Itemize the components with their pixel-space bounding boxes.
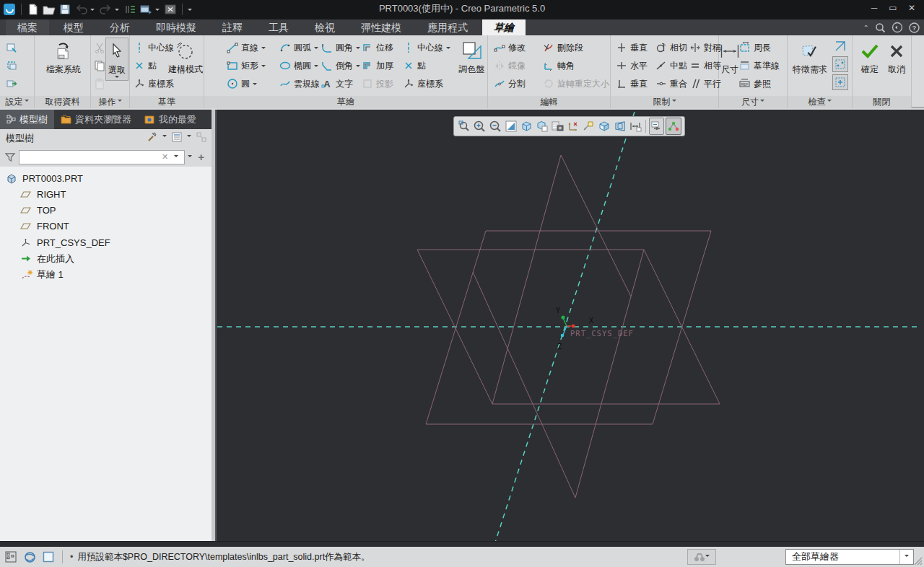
ribbon-item-line[interactable]: 直線 (227, 38, 266, 56)
group-label-dimension[interactable]: 尺寸 (719, 96, 787, 108)
ribbon-item-sk-centerline[interactable]: 中心線 (403, 38, 450, 56)
panel-tab-folder-browser[interactable]: 資料夾瀏覽器 (54, 110, 138, 129)
minimize-ribbon-icon[interactable]: ⌃ (863, 24, 869, 32)
ribbon-item-coincident[interactable]: 重合 (655, 74, 687, 92)
ribbon-item-circle[interactable]: 圓 (227, 74, 257, 92)
tab-file[interactable]: 檔案 (6, 19, 49, 35)
maximize-button[interactable]: ▭ (884, 0, 902, 16)
minimize-button[interactable]: ─ (865, 0, 884, 16)
browser-toggle-icon[interactable] (22, 550, 38, 564)
ribbon-item-tangent[interactable]: 相切 (655, 38, 687, 56)
sketcher-filter-select[interactable]: 全部草繪器 (785, 549, 914, 565)
group-label-inspect[interactable]: 檢查 (788, 96, 852, 108)
ribbon-item-perimeter[interactable]: 周長 (739, 38, 771, 56)
ribbon-item-datum-point[interactable]: 點 (134, 56, 157, 74)
ribbon-item-equal[interactable]: 相等 (689, 56, 721, 74)
ribbon-item-corner[interactable]: 轉角 (543, 56, 575, 74)
tab-view[interactable]: 檢視 (303, 19, 346, 35)
ribbon-item-overlapping-geometry[interactable] (832, 38, 848, 54)
ribbon-item-spline[interactable]: 雲規線 (279, 74, 320, 92)
view-images-icon[interactable] (550, 118, 565, 134)
tab-applications[interactable]: 應用程式 (416, 19, 479, 35)
ribbon-item-dimension[interactable]: 尺寸 (719, 38, 741, 74)
tree-item-front[interactable]: FRONT (20, 219, 69, 234)
clear-search-icon[interactable]: ✕ (162, 152, 168, 162)
ribbon-item-settings-2[interactable] (6, 56, 17, 74)
tree-item-right[interactable]: RIGHT (20, 186, 66, 202)
ribbon-item-modify[interactable]: 修改 (494, 38, 526, 56)
ribbon-item-sk-csys[interactable]: 座標系 (403, 74, 443, 92)
ribbon-item-offset[interactable]: 位移 (362, 38, 393, 56)
ribbon-item-highlight-open-ends[interactable] (832, 56, 848, 72)
resize-grip[interactable] (912, 555, 923, 566)
group-label-constrain[interactable]: 限制 (611, 96, 718, 108)
navigator-toggle-icon[interactable] (3, 550, 19, 564)
ribbon-item-copy[interactable] (94, 56, 105, 74)
display-style-icon[interactable] (519, 118, 533, 134)
panel-splitter[interactable] (212, 110, 217, 547)
ribbon-item-parallel[interactable]: 平行 (689, 74, 721, 92)
perspective-icon[interactable] (613, 118, 627, 134)
sync-icon[interactable] (892, 22, 903, 33)
ribbon-item-midpoint[interactable]: 中點 (655, 56, 687, 74)
filter-icon[interactable] (4, 151, 16, 163)
annotation-display-icon[interactable] (582, 118, 596, 134)
tree-item-prt_csys_def[interactable]: PRT_CSYS_DEF (20, 234, 110, 250)
tab-live-simulation[interactable]: 即時模擬 (144, 19, 208, 35)
tab-model[interactable]: 模型 (52, 19, 95, 35)
sketch-display-icon[interactable] (649, 118, 665, 135)
ribbon-item-vertical[interactable]: 垂直 (616, 38, 648, 56)
sketch-line[interactable] (561, 155, 631, 296)
section-icon[interactable] (597, 118, 611, 134)
sketch-line[interactable] (473, 272, 575, 498)
tab-flexible-modeling[interactable]: 彈性建模 (349, 19, 413, 35)
ribbon-item-divide[interactable]: 分割 (494, 74, 526, 92)
ribbon-item-horizontal[interactable]: 水平 (616, 56, 648, 74)
ribbon-item-shade-closed-loops[interactable] (832, 74, 848, 90)
datum-display-icon[interactable] (566, 118, 580, 134)
ribbon-item-settings-1[interactable] (6, 38, 17, 56)
tab-tools[interactable]: 工具 (257, 19, 300, 35)
tree-item-root[interactable]: PRT0003.PRT (6, 170, 83, 186)
zoom-out-icon[interactable] (488, 118, 502, 134)
ribbon-item-ok[interactable]: 確定 (857, 38, 883, 74)
ribbon-item-arc[interactable]: 圓弧 (279, 38, 318, 56)
saved-views-icon[interactable] (535, 118, 549, 134)
repaint-icon[interactable] (504, 118, 518, 134)
add-filter-icon[interactable]: + (195, 151, 207, 163)
ribbon-item-datum-csys[interactable]: 座標系 (134, 74, 174, 92)
select-dropdown-caret[interactable] (899, 550, 913, 564)
ribbon-item-delete-segment[interactable]: 刪除段 (543, 38, 583, 56)
ribbon-item-select[interactable]: 選取 (105, 38, 128, 81)
zoom-in-icon[interactable] (473, 118, 487, 134)
ribbon-item-ellipse[interactable]: 橢圓 (279, 56, 318, 74)
sketch-line[interactable] (492, 155, 561, 404)
ribbon-item-rect[interactable]: 矩形 (227, 56, 266, 74)
search-options-caret[interactable] (174, 155, 178, 159)
ribbon-item-construction-mode[interactable]: 建構模式 (167, 38, 204, 74)
tree-item-草繪-1[interactable]: ✳草繪 1 (20, 267, 64, 283)
ribbon-item-rotate-resize[interactable]: 旋轉重定大小 (543, 74, 609, 92)
dim-display-icon[interactable] (628, 118, 642, 134)
ribbon-item-sk-point[interactable]: 點 (403, 56, 426, 74)
ribbon-item-settings-3[interactable] (6, 74, 17, 92)
tree-collapse-icon[interactable] (196, 131, 207, 143)
ribbon-item-file-system[interactable]: 檔案系統 (42, 38, 85, 74)
tree-search-input[interactable]: ✕ (19, 150, 185, 164)
ribbon-item-perpendicular[interactable]: 垂直 (616, 74, 648, 92)
ribbon-item-feature-requirements[interactable]: 特徵需求 (789, 38, 831, 74)
ribbon-item-palette[interactable]: 調色盤 (458, 38, 486, 74)
ribbon-item-paste[interactable] (94, 74, 105, 92)
graphics-area[interactable]: YXZPRT_CSYS_DEF (212, 110, 924, 547)
ribbon-item-fillet[interactable]: 圓角 (321, 38, 360, 56)
ribbon-item-baseline[interactable]: 基準線 (739, 56, 780, 74)
panel-tab-model-tree[interactable]: 模型樹 (0, 110, 54, 129)
ribbon-item-symmetric[interactable]: 對稱 (689, 38, 721, 56)
ribbon-item-project[interactable]: 投影 (362, 74, 393, 92)
ribbon-item-reference[interactable]: REF參照 (739, 74, 771, 92)
sketch-line[interactable] (575, 250, 644, 498)
sketch-line[interactable] (426, 231, 486, 424)
group-label-operations[interactable]: 操作 (91, 96, 129, 108)
close-button[interactable]: ✕ (902, 0, 921, 16)
tab-annotate[interactable]: 註釋 (211, 19, 254, 35)
